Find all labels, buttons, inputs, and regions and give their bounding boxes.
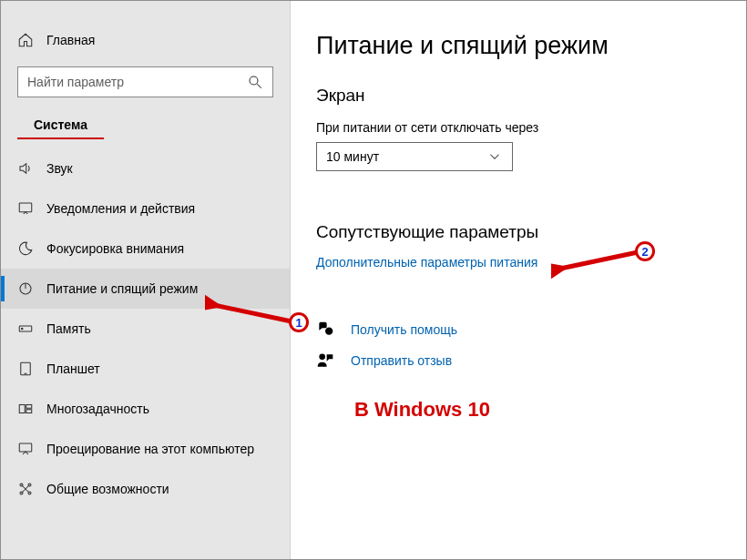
additional-power-settings-link[interactable]: Дополнительные параметры питания (316, 255, 537, 270)
speaker-icon (17, 160, 34, 177)
svg-rect-11 (26, 410, 32, 413)
search-icon (247, 74, 263, 90)
moon-icon (17, 240, 34, 257)
storage-icon (17, 321, 34, 337)
related-params-title: Сопутствующие параметры (316, 222, 721, 242)
svg-point-17 (325, 328, 333, 335)
sidebar-item-label: Проецирование на этот компьютер (46, 442, 254, 456)
sidebar-section-label: Система (17, 117, 104, 139)
svg-line-1 (257, 84, 261, 88)
svg-point-6 (22, 328, 24, 330)
screen-timeout-label: При питании от сети отключать через (316, 120, 721, 135)
sidebar-item-storage[interactable]: Память (1, 309, 290, 349)
sidebar-item-power[interactable]: Питание и спящий режим (1, 269, 290, 309)
sidebar-item-tablet[interactable]: Планшет (1, 349, 290, 389)
search-input-container[interactable] (17, 66, 273, 97)
sidebar-item-sound[interactable]: Звук (1, 148, 290, 188)
get-help-icon (316, 321, 334, 339)
page-title: Питание и спящий режим (316, 32, 721, 60)
projecting-icon (17, 441, 34, 457)
svg-rect-10 (26, 405, 32, 409)
annotation-caption: В Windows 10 (354, 398, 490, 422)
sidebar-item-multitasking[interactable]: Многозадачность (1, 389, 290, 429)
sidebar-nav: Звук Уведомления и действия Фокусировка … (1, 148, 290, 509)
get-help-link[interactable]: Получить помощь (351, 322, 457, 337)
screen-timeout-select[interactable]: 10 минут (316, 142, 513, 171)
sidebar-item-label: Общие возможности (46, 482, 169, 496)
main-content: Питание и спящий режим Экран При питании… (291, 1, 746, 559)
svg-rect-12 (19, 443, 32, 452)
sidebar-home[interactable]: Главная (1, 32, 290, 66)
sidebar-item-label: Питание и спящий режим (46, 281, 198, 296)
svg-rect-9 (19, 405, 25, 413)
sidebar-item-notifications[interactable]: Уведомления и действия (1, 188, 290, 229)
sidebar-item-label: Уведомления и действия (46, 201, 195, 216)
power-icon (17, 280, 34, 297)
sidebar-item-label: Звук (46, 161, 73, 176)
select-value: 10 минут (326, 149, 379, 164)
home-label: Главная (46, 33, 95, 47)
svg-rect-2 (19, 203, 32, 212)
sidebar-item-focus[interactable]: Фокусировка внимания (1, 229, 290, 269)
home-icon (17, 32, 34, 48)
sidebar-item-label: Планшет (46, 361, 100, 376)
shared-icon (17, 481, 34, 497)
sidebar-item-shared[interactable]: Общие возможности (1, 469, 290, 509)
svg-point-0 (250, 76, 258, 85)
settings-sidebar: Главная Система Звук Уведо (1, 1, 291, 559)
search-input[interactable] (27, 75, 247, 89)
sidebar-item-label: Многозадачность (46, 402, 149, 416)
multitasking-icon (17, 401, 34, 417)
svg-point-18 (319, 354, 325, 361)
sidebar-item-projecting[interactable]: Проецирование на этот компьютер (1, 429, 290, 469)
notifications-icon (17, 200, 34, 217)
chevron-down-icon (486, 148, 503, 165)
sidebar-item-label: Память (46, 321, 91, 336)
feedback-icon (316, 351, 334, 370)
screen-section-title: Экран (316, 86, 721, 106)
send-feedback-link[interactable]: Отправить отзыв (351, 353, 452, 368)
sidebar-item-label: Фокусировка внимания (46, 241, 184, 256)
tablet-icon (17, 361, 34, 377)
